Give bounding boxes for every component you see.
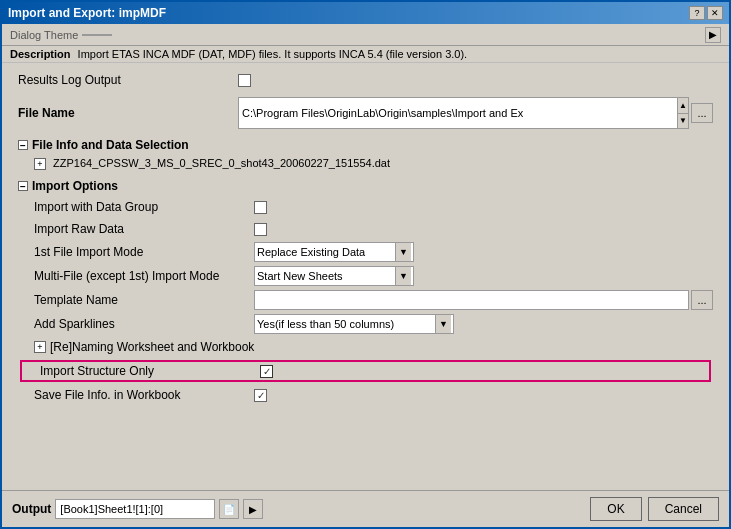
results-log-row: Results Log Output [10, 69, 721, 91]
file-name-control: C:\Program Files\OriginLab\Origin\sample… [238, 97, 713, 129]
multi-file-import-mode-label: Multi-File (except 1st) Import Mode [34, 269, 254, 283]
title-bar-buttons: ? ✕ [689, 6, 723, 20]
import-structure-highlighted-container: Import Structure Only ✓ [16, 360, 715, 382]
first-file-import-mode-label: 1st File Import Mode [34, 245, 254, 259]
close-button[interactable]: ✕ [707, 6, 723, 20]
file-path-text: C:\Program Files\OriginLab\Origin\sample… [242, 107, 523, 119]
import-raw-data-control [254, 223, 713, 236]
description-text: Import ETAS INCA MDF (DAT, MDF) files. I… [78, 48, 468, 60]
save-file-info-control: ✓ [254, 389, 713, 402]
window-title: Import and Export: impMDF [8, 6, 166, 20]
import-data-group-row: Import with Data Group [10, 196, 721, 218]
add-sparklines-label: Add Sparklines [34, 317, 254, 331]
renaming-label: [Re]Naming Worksheet and Workbook [50, 340, 254, 354]
template-name-input[interactable] [254, 290, 689, 310]
description-bar: Description Import ETAS INCA MDF (DAT, M… [2, 46, 729, 63]
cancel-button[interactable]: Cancel [648, 497, 719, 521]
file-path-scroll: ▲ ▼ [677, 97, 689, 129]
results-log-control [238, 74, 713, 87]
ok-button[interactable]: OK [590, 497, 641, 521]
title-bar: Import and Export: impMDF ? ✕ [2, 2, 729, 24]
results-log-checkbox[interactable] [238, 74, 251, 87]
expand-arrow-icon[interactable]: ▶ [705, 27, 721, 43]
file-entry-expand-icon[interactable]: + [34, 158, 46, 170]
dialog-theme-value[interactable] [82, 34, 112, 36]
save-file-info-checkmark: ✓ [257, 390, 265, 401]
import-data-group-label: Import with Data Group [34, 200, 254, 214]
first-file-import-mode-row: 1st File Import Mode Replace Existing Da… [10, 240, 721, 264]
renaming-expand-icon[interactable]: + [34, 341, 46, 353]
description-label: Description [10, 48, 71, 60]
file-browse-button[interactable]: ... [691, 103, 713, 123]
output-section: Output [Book1]Sheet1![1]:[0] 📄 ▶ [12, 499, 263, 519]
scroll-down-icon[interactable]: ▼ [678, 114, 688, 129]
first-file-import-mode-value: Replace Existing Data [257, 246, 395, 258]
file-entry-text: ZZP164_CPSSW_3_MS_0_SREC_0_shot43_200602… [53, 157, 390, 169]
import-structure-only-row: Import Structure Only ✓ [20, 360, 711, 382]
import-data-group-control [254, 201, 713, 214]
template-name-control: ... [254, 290, 713, 310]
main-window: Import and Export: impMDF ? ✕ Dialog The… [0, 0, 731, 529]
import-data-group-checkbox[interactable] [254, 201, 267, 214]
output-label: Output [12, 502, 51, 516]
import-structure-only-label: Import Structure Only [40, 364, 260, 378]
add-sparklines-value: Yes(if less than 50 columns) [257, 318, 435, 330]
help-button[interactable]: ? [689, 6, 705, 20]
first-file-import-dropdown-icon[interactable]: ▼ [395, 243, 411, 261]
save-file-info-label: Save File Info. in Workbook [34, 388, 254, 402]
save-file-info-row: Save File Info. in Workbook ✓ [10, 384, 721, 406]
file-name-label: File Name [18, 106, 238, 120]
import-structure-only-control: ✓ [260, 365, 701, 378]
file-info-collapse-icon[interactable]: − [18, 140, 28, 150]
content-area: Results Log Output File Name C:\Program … [2, 63, 729, 490]
import-raw-data-label: Import Raw Data [34, 222, 254, 236]
multi-file-import-mode-value: Start New Sheets [257, 270, 395, 282]
results-log-label: Results Log Output [18, 73, 238, 87]
import-options-collapse-icon[interactable]: − [18, 181, 28, 191]
add-sparklines-control: Yes(if less than 50 columns) ▼ [254, 314, 713, 334]
file-info-section: − File Info and Data Selection + ZZP164_… [10, 135, 721, 172]
output-icon-right[interactable]: ▶ [243, 499, 263, 519]
import-raw-data-checkbox[interactable] [254, 223, 267, 236]
first-file-import-mode-select[interactable]: Replace Existing Data ▼ [254, 242, 414, 262]
output-value: [Book1]Sheet1![1]:[0] [55, 499, 215, 519]
footer: Output [Book1]Sheet1![1]:[0] 📄 ▶ OK Canc… [2, 490, 729, 527]
footer-buttons: OK Cancel [590, 497, 719, 521]
import-structure-only-checkmark: ✓ [263, 366, 271, 377]
import-options-header: − Import Options [10, 176, 721, 196]
import-raw-data-row: Import Raw Data [10, 218, 721, 240]
file-info-entry-row: + ZZP164_CPSSW_3_MS_0_SREC_0_shot43_2006… [10, 155, 721, 172]
import-options-label: Import Options [32, 179, 118, 193]
scroll-up-icon[interactable]: ▲ [678, 98, 688, 114]
first-file-import-mode-control: Replace Existing Data ▼ [254, 242, 713, 262]
file-info-header: − File Info and Data Selection [10, 135, 721, 155]
multi-file-import-mode-row: Multi-File (except 1st) Import Mode Star… [10, 264, 721, 288]
dialog-theme-bar: Dialog Theme ▶ [2, 24, 729, 46]
multi-file-import-mode-control: Start New Sheets ▼ [254, 266, 713, 286]
add-sparklines-row: Add Sparklines Yes(if less than 50 colum… [10, 312, 721, 336]
import-options-section: − Import Options Import with Data Group … [10, 176, 721, 406]
multi-file-import-mode-select[interactable]: Start New Sheets ▼ [254, 266, 414, 286]
renaming-row: + [Re]Naming Worksheet and Workbook [10, 336, 721, 358]
multi-file-import-dropdown-icon[interactable]: ▼ [395, 267, 411, 285]
template-name-row: Template Name ... [10, 288, 721, 312]
template-name-label: Template Name [34, 293, 254, 307]
file-name-row: File Name C:\Program Files\OriginLab\Ori… [10, 95, 721, 131]
output-icon-left[interactable]: 📄 [219, 499, 239, 519]
file-path-box: C:\Program Files\OriginLab\Origin\sample… [238, 97, 678, 129]
save-file-info-checkbox[interactable]: ✓ [254, 389, 267, 402]
add-sparklines-select[interactable]: Yes(if less than 50 columns) ▼ [254, 314, 454, 334]
file-info-label: File Info and Data Selection [32, 138, 189, 152]
template-name-browse-button[interactable]: ... [691, 290, 713, 310]
add-sparklines-dropdown-icon[interactable]: ▼ [435, 315, 451, 333]
import-structure-only-checkbox[interactable]: ✓ [260, 365, 273, 378]
dialog-theme-label: Dialog Theme [10, 29, 78, 41]
